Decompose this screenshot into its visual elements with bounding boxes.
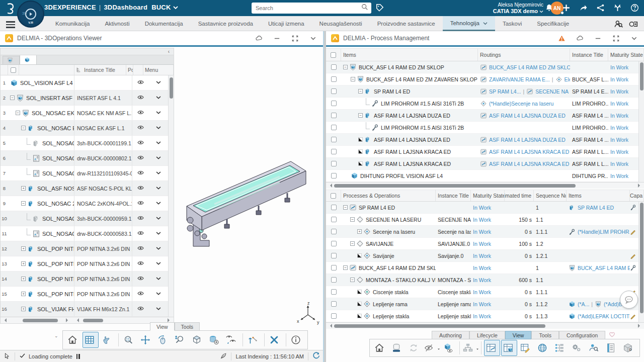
visibility-eye-button[interactable]: [137, 199, 146, 208]
tree-tab-assembly[interactable]: [3, 56, 20, 64]
home-button[interactable]: [372, 340, 388, 356]
visibility-eye-button[interactable]: [137, 214, 146, 223]
routing-link[interactable]: SP RAM L4...: [489, 88, 521, 95]
minimize-button[interactable]: [273, 33, 283, 43]
visibility-eye-button[interactable]: [137, 109, 146, 117]
items-column-header[interactable]: Items: [341, 49, 478, 61]
maturity-state[interactable]: In Work: [610, 149, 628, 155]
row-menu-button[interactable]: [155, 305, 164, 313]
hier-button[interactable]: [552, 340, 569, 356]
axis-button[interactable]: [246, 332, 262, 348]
forward-button[interactable]: [579, 2, 590, 13]
items-table-hscrollbar[interactable]: [326, 182, 644, 189]
item-title[interactable]: SOL_POP NITNA: [37, 291, 74, 297]
tab-taskovi[interactable]: Taskovi: [495, 16, 529, 31]
instance-title[interactable]: 3sh-BUCK-00000959.1: [74, 211, 132, 226]
tree-row[interactable]: 15 +SOL_POP NITNA POP NITNA 3.2x6 DIN ..…: [1, 287, 174, 302]
pause-icon[interactable]: [76, 354, 80, 359]
tree-row[interactable]: 5 SOL_NOSAC 3sh-BUCK-00001199.1: [1, 136, 174, 151]
db-save-button[interactable]: [389, 340, 406, 356]
process-table-row[interactable]: −SAVIJANJE SAVIJANJE.0 In Work 100 s 1.2: [326, 238, 644, 250]
eyes-button[interactable]: [224, 332, 240, 348]
item-name[interactable]: BUCK_ASF L4 RAM ED ZM ZAVAREN SKLOP: [366, 76, 477, 82]
sequence-number-column-header[interactable]: Sequence Nu...: [534, 190, 567, 201]
row-menu-button[interactable]: [155, 109, 164, 117]
instance-title[interactable]: NOSAC EK NM ASF L.1: [74, 106, 132, 120]
capacity-column-header[interactable]: Capa: [630, 190, 644, 201]
viewer-tab-view[interactable]: View: [150, 322, 175, 331]
maturity-state[interactable]: In Work: [610, 88, 628, 95]
item-title[interactable]: SOL_VIJAK FH M: [37, 306, 74, 312]
user-info[interactable]: Aleksa Njegomirovic CATIA 3DX demo: [493, 2, 543, 15]
item-name[interactable]: LIM PROHROM #1.5 AISI 316Ti 2B: [381, 125, 464, 131]
eye-slash-button[interactable]: [424, 340, 440, 356]
org-tree-button[interactable]: [462, 340, 478, 356]
select-all-checkbox[interactable]: [331, 193, 336, 199]
gears-button[interactable]: [570, 340, 586, 356]
feather-icon[interactable]: [220, 352, 227, 360]
dassault-3ds-logo-icon[interactable]: [4, 2, 16, 16]
tree-row[interactable]: 2 −SOL_INSERT ASF L4 SY.. INSERT ASF L 4…: [1, 90, 174, 106]
tree-hscrollbar[interactable]: [1, 317, 174, 323]
tree-row[interactable]: 16 +SOL_VIJAK FH M VIJAK FH M6x12 Zn.1: [1, 302, 174, 317]
cloud-button[interactable]: [255, 33, 265, 43]
row-menu-button[interactable]: [155, 275, 164, 283]
collapse-toggle[interactable]: −: [350, 241, 355, 246]
tree-row[interactable]: 10 SOL_NOSAC 3sh-BUCK-00000959.1: [1, 211, 174, 226]
items-table-row[interactable]: ASF RAM L LAJSNA KRACA ED ASF RAM L4 LAJ…: [326, 146, 644, 158]
maturity-state[interactable]: In Work: [610, 113, 628, 119]
tree-row[interactable]: 8 +SOL_ASF NOSA.. ASF NOSAC 5-POL KL...: [1, 181, 174, 196]
iso-cube-button[interactable]: [190, 332, 206, 348]
process-name[interactable]: Savijanje: [373, 253, 394, 259]
collapse-toggle[interactable]: −: [343, 265, 348, 270]
instance-title[interactable]: POP NITNA 3.2x6 DIN ...: [74, 287, 132, 301]
3dexperience-compass[interactable]: 3D V.R: [17, 1, 44, 28]
item-name[interactable]: ASF RAM L LAJSNA KRACA ED: [374, 149, 451, 155]
expand-button[interactable]: [291, 33, 301, 43]
maturity-state[interactable]: In Work: [473, 205, 491, 211]
instance-title[interactable]: POP NITNA 3.2x6 DIN ...: [74, 241, 132, 256]
routing-link[interactable]: ZAVARIVANJE RAMA E...: [489, 76, 550, 82]
tab-sastavnice-proizvoda[interactable]: Sastavnice proizvoda: [191, 16, 261, 31]
compass-play-icon[interactable]: [25, 9, 36, 20]
process-table-row[interactable]: Ciscenje stakla Ciscenje stakla.0 In Wor…: [326, 286, 644, 298]
item-title[interactable]: SOL_NOSAC: [42, 155, 74, 161]
process-tab-view[interactable]: View: [505, 331, 532, 339]
row-checkbox[interactable]: [331, 301, 337, 307]
visibility-eye-button[interactable]: [137, 94, 146, 102]
cube-d-button[interactable]: D: [621, 340, 637, 356]
collapse-toggle[interactable]: −: [358, 113, 363, 118]
visibility-eye-button[interactable]: [137, 139, 146, 147]
tab-tehnologija[interactable]: Tehnologija: [443, 16, 495, 31]
item-link[interactable]: (*Handle)LIM PROHR...: [578, 229, 630, 235]
item-title[interactable]: SOL_VISION ASF L4 SYM/74.: [20, 80, 74, 86]
home-button[interactable]: [65, 332, 82, 348]
3d-model[interactable]: [179, 145, 319, 258]
expand-toggle[interactable]: +: [21, 292, 26, 296]
hamburger-menu-icon[interactable]: [6, 20, 15, 27]
media-button[interactable]: [629, 19, 640, 30]
item-name[interactable]: DIHTUNG PROFIL VISION ASF L4: [360, 173, 443, 179]
expand-toggle[interactable]: +: [21, 246, 26, 251]
search-icon[interactable]: [361, 4, 368, 13]
select-all-checkbox[interactable]: [11, 67, 16, 73]
visibility-eye-button[interactable]: [137, 169, 146, 177]
grid-table-button[interactable]: [83, 332, 99, 348]
plus-button[interactable]: [561, 2, 573, 13]
collapse-toggle[interactable]: −: [21, 126, 26, 130]
tree-collapse-handle[interactable]: ‹: [168, 48, 170, 55]
tab-dokumentacija[interactable]: Dokumentacija: [137, 16, 191, 31]
instance-title[interactable]: ASF NOSAC 5-POL KL...: [74, 181, 132, 196]
grid-routing-button[interactable]: [484, 340, 500, 356]
notes-button[interactable]: [604, 340, 620, 356]
row-menu-button[interactable]: [155, 185, 164, 193]
maturity-state[interactable]: In Work: [610, 76, 628, 82]
row-menu-button[interactable]: [155, 245, 164, 253]
select-all-checkbox[interactable]: [331, 52, 336, 58]
process-table-row[interactable]: Lepljenje rama Lepljenje rama.0 In Work …: [326, 298, 644, 310]
tree-row[interactable]: 14 +SOL_POP NITNA POP NITNA 3.2x6 DIN ..…: [1, 272, 174, 287]
process-name[interactable]: MONTAZA - STAKLO KALJ VISI...: [366, 277, 436, 283]
process-table-row[interactable]: −SP RAM L4 ED In Work 1 SP RAM L4 ED: [326, 202, 644, 214]
tab-uticaji-izmena[interactable]: Uticaji izmena: [261, 16, 312, 31]
maturity-state[interactable]: In Work: [473, 217, 491, 223]
